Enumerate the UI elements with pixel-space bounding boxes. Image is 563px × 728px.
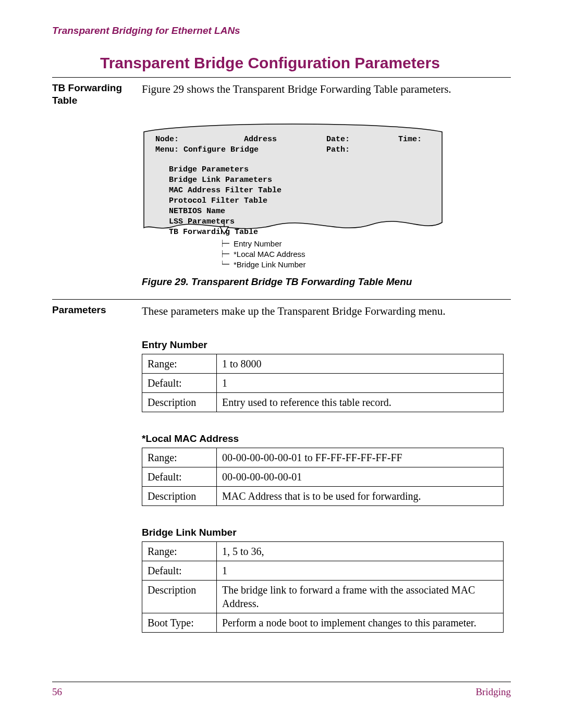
menu-item: LSS Parameters bbox=[169, 217, 426, 227]
menu-path-label: Path: bbox=[326, 145, 350, 155]
menu-item: Bridge Link Parameters bbox=[169, 176, 426, 185]
param-value: Perform a node boot to implement changes… bbox=[217, 613, 504, 632]
menu-date-label: Date: bbox=[326, 135, 398, 144]
callout-label: Entry Number bbox=[234, 239, 282, 248]
callout: *Local MAC Address bbox=[222, 250, 444, 258]
param-key: Description bbox=[142, 580, 217, 613]
menu-item: Bridge Parameters bbox=[169, 165, 426, 175]
menu-item: TB Forwarding Table bbox=[169, 228, 426, 237]
running-header: Transparent Bridging for Ethernet LANs bbox=[52, 25, 511, 36]
page-footer: 56 Bridging bbox=[52, 682, 511, 702]
callout: Entry Number bbox=[222, 239, 444, 248]
param-value: MAC Address that is to be used for forwa… bbox=[217, 486, 504, 505]
menu-item: NETBIOS Name bbox=[169, 207, 426, 216]
param-heading: Entry Number bbox=[142, 339, 511, 351]
param-value: Entry used to reference this table recor… bbox=[217, 392, 504, 412]
param-key: Default: bbox=[142, 467, 217, 486]
rule bbox=[52, 77, 511, 78]
page-number: 56 bbox=[52, 686, 62, 702]
figure-29: Node: Address Date: Time: Menu: Configur… bbox=[142, 120, 444, 269]
side-label-parameters: Parameters bbox=[52, 304, 142, 316]
param-table-bridge-link: Range:1, 5 to 36, Default:1 DescriptionT… bbox=[142, 541, 504, 633]
menu-time-label: Time: bbox=[398, 135, 422, 144]
param-table-local-mac: Range:00-00-00-00-00-01 to FF-FF-FF-FF-F… bbox=[142, 448, 504, 506]
param-key: Default: bbox=[142, 373, 217, 392]
param-key: Default: bbox=[142, 561, 217, 580]
menu-card: Node: Address Date: Time: Menu: Configur… bbox=[142, 120, 444, 237]
param-value: 00-00-00-00-00-01 to FF-FF-FF-FF-FF-FF bbox=[217, 448, 504, 467]
param-key: Boot Type: bbox=[142, 613, 217, 632]
callout: *Bridge Link Number bbox=[222, 260, 444, 269]
param-value: 1 to 8000 bbox=[217, 354, 504, 373]
figure-caption: Figure 29. Transparent Bridge TB Forward… bbox=[142, 276, 511, 288]
page-title: Transparent Bridge Configuration Paramet… bbox=[100, 54, 511, 72]
param-key: Description bbox=[142, 486, 217, 505]
param-value: 00-00-00-00-00-01 bbox=[217, 467, 504, 486]
menu-list: Bridge Parameters Bridge Link Parameters… bbox=[169, 165, 426, 237]
param-heading: *Local MAC Address bbox=[142, 433, 511, 445]
footer-section: Bridging bbox=[475, 686, 511, 702]
section1-body: Figure 29 shows the Transparent Bridge F… bbox=[142, 82, 511, 96]
param-key: Range: bbox=[142, 541, 217, 561]
param-value: The bridge link to forward a frame with … bbox=[217, 580, 504, 613]
param-value: 1 bbox=[217, 373, 504, 392]
menu-item: Protocol Filter Table bbox=[169, 196, 426, 206]
param-value: 1, 5 to 36, bbox=[217, 541, 504, 561]
menu-item: MAC Address Filter Table bbox=[169, 186, 426, 195]
param-table-entry-number: Range:1 to 8000 Default:1 DescriptionEnt… bbox=[142, 354, 504, 412]
menu-address-label: Address bbox=[244, 135, 326, 144]
param-key: Description bbox=[142, 392, 217, 412]
param-heading: Bridge Link Number bbox=[142, 527, 511, 538]
callouts: Entry Number *Local MAC Address *Bridge … bbox=[222, 239, 444, 269]
callout-label: *Bridge Link Number bbox=[234, 260, 305, 269]
callout-label: *Local MAC Address bbox=[234, 250, 305, 258]
side-label-tb-forwarding: TB Forwarding Table bbox=[52, 82, 142, 107]
menu-node-label: Node: bbox=[155, 135, 244, 144]
menu-menu-label: Menu: Configure Bridge bbox=[155, 145, 326, 155]
param-key: Range: bbox=[142, 448, 217, 467]
param-key: Range: bbox=[142, 354, 217, 373]
param-value: 1 bbox=[217, 561, 504, 580]
rule bbox=[52, 299, 511, 300]
section2-body: These parameters make up the Transparent… bbox=[142, 304, 511, 318]
